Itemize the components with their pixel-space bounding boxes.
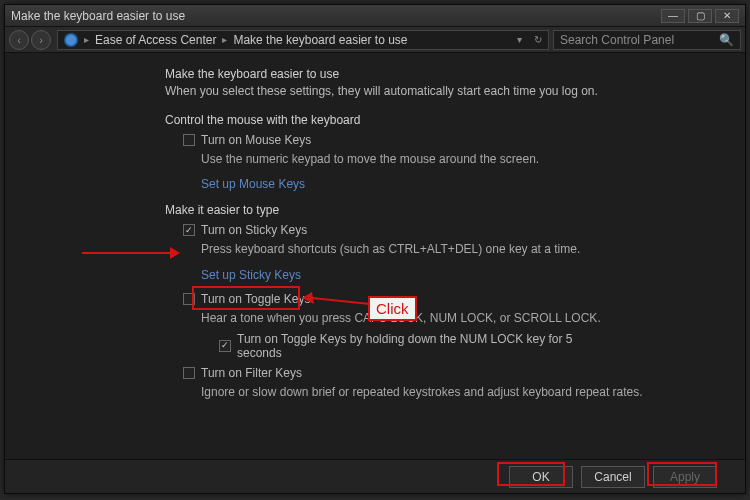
- breadcrumb[interactable]: ▸ Ease of Access Center ▸ Make the keybo…: [57, 30, 549, 50]
- toggle-keys-checkbox[interactable]: [183, 293, 195, 305]
- filter-keys-checkbox[interactable]: [183, 367, 195, 379]
- breadcrumb-item[interactable]: Make the keyboard easier to use: [233, 33, 407, 47]
- filter-keys-label: Turn on Filter Keys: [201, 366, 302, 380]
- toggle-keys-desc: Hear a tone when you press CAPS LOCK, NU…: [201, 310, 727, 326]
- refresh-icon[interactable]: ↻: [534, 34, 542, 45]
- close-button[interactable]: ✕: [715, 9, 739, 23]
- apply-button[interactable]: Apply: [653, 466, 717, 488]
- search-icon: 🔍: [719, 33, 734, 47]
- control-panel-window: Make the keyboard easier to use — ▢ ✕ ‹ …: [4, 4, 746, 494]
- window-title: Make the keyboard easier to use: [11, 9, 658, 23]
- back-button[interactable]: ‹: [9, 30, 29, 50]
- chevron-right-icon: ▸: [222, 34, 227, 45]
- section-title: Make it easier to type: [165, 203, 727, 217]
- toggle-keys-numlock-checkbox[interactable]: ✓: [219, 340, 231, 352]
- page-heading: Make the keyboard easier to use: [165, 67, 727, 81]
- search-placeholder: Search Control Panel: [560, 33, 674, 47]
- minimize-button[interactable]: —: [661, 9, 685, 23]
- setup-mouse-keys-link[interactable]: Set up Mouse Keys: [201, 177, 305, 191]
- maximize-button[interactable]: ▢: [688, 9, 712, 23]
- breadcrumb-item[interactable]: Ease of Access Center: [95, 33, 216, 47]
- chevron-right-icon: ▸: [84, 34, 89, 45]
- address-bar: ‹ › ▸ Ease of Access Center ▸ Make the k…: [5, 27, 745, 53]
- dialog-footer: OK Cancel Apply: [5, 459, 745, 493]
- cancel-button[interactable]: Cancel: [581, 466, 645, 488]
- ok-button[interactable]: OK: [509, 466, 573, 488]
- sticky-keys-checkbox[interactable]: ✓: [183, 224, 195, 236]
- mouse-keys-label: Turn on Mouse Keys: [201, 133, 311, 147]
- mouse-keys-desc: Use the numeric keypad to move the mouse…: [201, 151, 727, 167]
- section-title: Control the mouse with the keyboard: [165, 113, 727, 127]
- toggle-keys-label: Turn on Toggle Keys: [201, 292, 310, 306]
- setup-sticky-keys-link[interactable]: Set up Sticky Keys: [201, 268, 301, 282]
- titlebar: Make the keyboard easier to use — ▢ ✕: [5, 5, 745, 27]
- section-type: Make it easier to type ✓ Turn on Sticky …: [165, 203, 727, 400]
- filter-keys-desc: Ignore or slow down brief or repeated ke…: [201, 384, 727, 400]
- page-intro: When you select these settings, they wil…: [165, 83, 727, 99]
- control-panel-icon: [64, 33, 78, 47]
- search-input[interactable]: Search Control Panel 🔍: [553, 30, 741, 50]
- content-pane: Make the keyboard easier to use When you…: [5, 53, 745, 459]
- sticky-keys-desc: Press keyboard shortcuts (such as CTRL+A…: [201, 241, 727, 257]
- forward-button[interactable]: ›: [31, 30, 51, 50]
- sticky-keys-label: Turn on Sticky Keys: [201, 223, 307, 237]
- mouse-keys-checkbox[interactable]: [183, 134, 195, 146]
- chevron-down-icon[interactable]: ▾: [517, 34, 522, 45]
- section-mouse: Control the mouse with the keyboard Turn…: [165, 113, 727, 191]
- toggle-keys-numlock-label: Turn on Toggle Keys by holding down the …: [237, 332, 617, 360]
